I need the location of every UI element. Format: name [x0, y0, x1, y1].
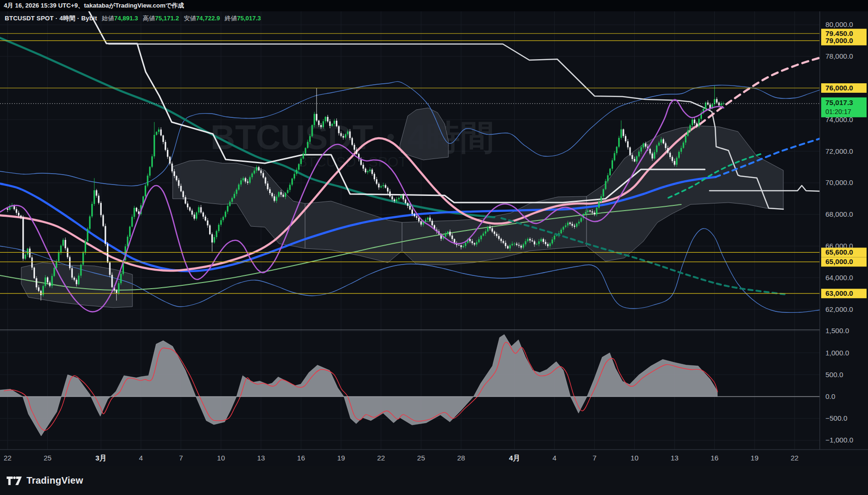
symbol-title[interactable]: BTCUSDT SPOT · 4時間 · Bybit	[5, 15, 97, 22]
svg-text:65,600.0: 65,600.0	[825, 248, 853, 256]
time-tick: 4	[139, 454, 143, 462]
indicator-tick: −1,000.0	[825, 436, 853, 444]
svg-text:79,000.0: 79,000.0	[825, 36, 853, 44]
svg-text:01:20:17: 01:20:17	[825, 108, 851, 115]
price-axis[interactable]: 80,000.078,000.076,000.074,000.072,000.0…	[820, 11, 868, 466]
svg-text:BTCUSDT・4時間: BTCUSDT・4時間	[210, 118, 494, 156]
time-tick: 19	[337, 454, 345, 462]
price-tick: 70,000.0	[825, 178, 853, 186]
time-tick: 7	[179, 454, 183, 462]
low-value: 74,722.9	[196, 15, 220, 22]
level-price-badge: 79,000.0	[821, 36, 867, 45]
high-value: 75,171.2	[155, 15, 179, 22]
footer-bar: TradingView	[0, 466, 868, 495]
price-tick: 62,000.0	[825, 305, 853, 313]
price-chart-canvas[interactable]: BTCUSDT・4時間BTCUSDT SPOT80,000.078,000.07…	[0, 0, 868, 495]
tradingview-chart-window: 4月 16, 2026 15:39 UTC+9、takatabaがTrading…	[0, 0, 868, 495]
current-price-badge: 75,017.301:20:17	[821, 97, 867, 117]
indicator-tick: 500.0	[825, 371, 843, 379]
level-price-badge: 63,000.0	[821, 289, 867, 298]
time-tick: 10	[631, 454, 639, 462]
time-tick: 13	[671, 454, 679, 462]
svg-text:75,017.3: 75,017.3	[825, 98, 853, 106]
svg-text:65,000.0: 65,000.0	[825, 257, 853, 265]
level-price-badge: 65,600.0	[821, 248, 867, 257]
time-tick: 13	[257, 454, 265, 462]
svg-text:63,000.0: 63,000.0	[825, 289, 853, 297]
svg-text:76,000.0: 76,000.0	[825, 84, 853, 92]
time-tick: 16	[710, 454, 719, 462]
open-value: 74,891.3	[114, 15, 138, 22]
time-tick: 25	[417, 454, 425, 462]
indicator-tick: 0.0	[825, 392, 835, 400]
price-tick: 72,000.0	[825, 147, 853, 155]
open-label: 始値	[102, 15, 114, 22]
time-tick: 28	[457, 454, 465, 462]
price-tick: 80,000.0	[825, 20, 853, 28]
time-tick: 22	[377, 454, 385, 462]
close-label: 終値	[225, 15, 237, 22]
price-tick: 68,000.0	[825, 210, 853, 218]
price-tick: 64,000.0	[825, 274, 853, 282]
low-label: 安値	[184, 15, 196, 22]
time-tick: 3月	[96, 454, 106, 462]
time-tick: 19	[751, 454, 759, 462]
creation-note: 4月 16, 2026 15:39 UTC+9、takatabaがTrading…	[0, 0, 868, 11]
chart-legend[interactable]: BTCUSDT SPOT · 4時間 · Bybit始値74,891.3高値75…	[5, 14, 261, 23]
level-price-badge: 76,000.0	[821, 83, 867, 93]
indicator-tick: 1,500.0	[825, 327, 849, 335]
time-tick: 7	[593, 454, 596, 462]
time-tick: 4	[552, 454, 556, 462]
time-tick: 25	[44, 454, 52, 462]
high-label: 高値	[143, 15, 155, 22]
tradingview-logo-icon[interactable]	[6, 476, 22, 486]
price-tick: 78,000.0	[825, 52, 853, 60]
tradingview-brand-text[interactable]: TradingView	[26, 475, 83, 486]
indicator-tick: 1,000.0	[825, 349, 849, 357]
time-tick: 4月	[509, 454, 520, 462]
time-axis[interactable]: 22253月47101316192225284月471013161922	[0, 450, 868, 466]
time-tick: 16	[297, 454, 305, 462]
indicator-tick: −500.0	[825, 414, 847, 422]
time-tick: 22	[790, 454, 798, 462]
time-tick: 10	[217, 454, 225, 462]
time-tick: 22	[4, 454, 12, 462]
level-price-badge: 65,000.0	[821, 257, 867, 266]
close-value: 75,017.3	[237, 15, 261, 22]
